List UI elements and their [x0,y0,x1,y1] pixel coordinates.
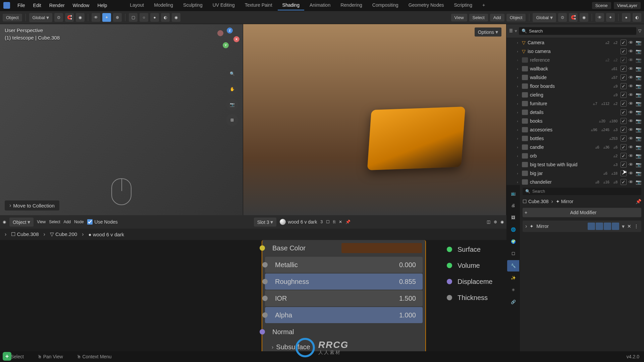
snap-icon[interactable]: 🧲 [569,13,578,22]
axis-z-icon[interactable]: Z [227,27,233,34]
prop-tab-render[interactable]: 📺 [507,188,519,199]
close-icon[interactable]: ✕ [627,224,631,229]
menu-window[interactable]: Window [69,1,93,9]
node-tool-icon[interactable]: ⊕ [494,220,497,224]
add-workspace-button[interactable]: + [478,0,490,10]
pan-icon[interactable]: ✋ [226,83,238,95]
add-modifier-button[interactable]: + Add Modifier [523,208,641,217]
axis-neg-icon[interactable] [217,30,223,36]
shading-wire-icon[interactable]: ○ [140,13,148,22]
pin-icon[interactable]: 📌 [636,199,641,204]
crumb-object[interactable]: ☐ Cube.308 [11,231,39,237]
node-add-menu[interactable]: Add [64,220,71,224]
display-mode-icon[interactable]: ▿ [515,28,517,33]
proportional-icon[interactable]: ◉ [76,13,85,22]
bsdf-node[interactable]: Base ColorMetallic0.000Roughness0.855IOR… [262,240,426,351]
outliner-item-furniture[interactable]: ›furniture▵7▵112▵2✓👁📷 [506,99,644,108]
view-menu[interactable]: View [451,14,467,21]
backdrop-icon[interactable]: ◉ [500,220,504,224]
menu-edit[interactable]: Edit [30,1,45,9]
prop-tab-object[interactable]: ☐ [507,248,519,259]
scene-selector[interactable]: Scene [592,2,611,9]
pivot-icon[interactable]: ⊙ [558,13,567,22]
more-icon[interactable]: ⋮ [634,224,639,229]
prop-tab-constraints[interactable]: 🔗 [507,296,519,308]
menu-render[interactable]: Render [46,1,68,9]
shading-solid-icon[interactable]: ● [622,13,631,22]
new-material-icon[interactable]: ☐ [326,220,330,224]
chevron-down-icon[interactable]: ▾ [622,223,625,230]
bsdf-base-color[interactable]: Base Color [262,240,425,256]
axis-y-icon[interactable]: Y [223,42,229,48]
prop-tab-viewlayer[interactable]: 🖼 [507,212,519,223]
outliner-item-details[interactable]: ›details✓👁📷 [506,108,644,117]
tab-rendering[interactable]: Rendering [336,0,367,10]
modifier-mirror[interactable]: › ✦ Mirror ▾ ✕ ⋮ [523,221,641,232]
pin-icon[interactable]: 📌 [345,220,351,224]
shading-material-icon[interactable]: ◐ [161,13,170,22]
orientation-dropdown-right[interactable]: Global ▾ [533,13,556,22]
filter-icon[interactable]: ▽ [638,28,641,33]
axis-x-icon[interactable]: X [233,36,239,42]
outliner-item-iso-camera[interactable]: ›▽iso camera✓👁📷 [506,47,644,56]
outliner-search[interactable]: 🔍 Search [519,27,636,35]
tab-scripting[interactable]: Scripting [449,0,477,10]
bsdf-roughness[interactable]: Roughness0.855 [265,274,423,290]
duplicate-material-icon[interactable]: ⎘ [333,220,335,224]
gizmo-icon[interactable]: ✦ [606,13,615,22]
proportional-icon[interactable]: ◉ [580,13,588,22]
breadcrumb-object[interactable]: ☐ Cube.308 [523,199,549,204]
material-slot-dropdown[interactable]: Slot 3 ▾ [254,218,277,227]
mode-dropdown[interactable]: Object [3,14,22,21]
tab-sculpting[interactable]: Sculpting [178,0,207,10]
outliner-item-books[interactable]: ›books▵20▵180✓👁📷 [506,117,644,125]
bsdf-ior[interactable]: IOR1.500 [265,290,423,306]
viewport-left[interactable]: User Perspective (1) telescope | Cube.30… [0,24,243,215]
outliner-item-wallback[interactable]: ›wallback▵61✓👁📷 [506,64,644,73]
modifier-mode-icon[interactable] [588,223,595,230]
tab-shading[interactable]: Shading [278,0,304,10]
outliner-type-icon[interactable]: ☰ [509,28,513,33]
camera-icon[interactable]: 📷 [226,99,238,111]
output-thickness[interactable]: Thickness [449,290,506,306]
object-menu[interactable]: Object [506,14,526,21]
prop-tab-particles[interactable]: ✨ [507,272,519,284]
crumb-mesh[interactable]: ▽ Cube.200 [50,231,77,237]
properties-search[interactable]: 🔍 Search [523,188,641,195]
add-menu[interactable]: Add [490,14,504,21]
tab-animation[interactable]: Animation [305,0,335,10]
prop-tab-output[interactable]: 🖨 [507,200,519,211]
snap-icon[interactable]: 🧲 [65,13,74,22]
prop-tab-world[interactable]: 🌍 [507,236,519,247]
modifier-realtime-icon[interactable] [596,223,603,230]
app-logo-icon[interactable] [3,2,10,9]
visibility-icon[interactable]: 👁 [92,13,100,22]
prop-tab-physics[interactable]: ⚛ [507,284,519,296]
material-output-node[interactable]: SurfaceVolumeDisplacemeThickness [449,241,506,306]
viewlayer-selector[interactable]: ViewLayer [614,2,641,9]
tab-texturepaint[interactable]: Texture Paint [240,0,277,10]
overlay-icon[interactable]: ⊕ [113,13,122,22]
prop-tab-modifiers[interactable]: 🔧 [507,260,519,272]
tab-geometrynodes[interactable]: Geometry Nodes [404,0,449,10]
outliner-item-accesories[interactable]: ›accesories▵96▵245▵3✓👁📷 [506,125,644,134]
material-selector[interactable]: wood 6 v dark [280,219,317,225]
tab-uvediting[interactable]: UV Editing [208,0,239,10]
gizmo-icon[interactable]: ✦ [102,13,111,22]
orientation-dropdown[interactable]: Global ▾ [29,13,53,22]
node-view-menu[interactable]: View [37,220,46,224]
outliner-item-wallside[interactable]: ›wallside▵57✓👁📷 [506,73,644,82]
node-mode-dropdown[interactable]: Object ▾ [9,218,34,227]
output-displaceme[interactable]: Displaceme [449,274,506,290]
xray-icon[interactable]: ▢ [129,13,138,22]
modifier-render-icon[interactable] [604,223,611,230]
visibility-icon[interactable]: 👁 [595,13,604,22]
shading-rendered-icon[interactable]: ◉ [172,13,180,22]
use-nodes-checkbox[interactable]: Use Nodes [87,219,118,225]
output-surface[interactable]: Surface [449,241,506,257]
move-to-collection-button[interactable]: › Move to Collection [5,200,59,210]
use-nodes-input[interactable] [87,219,93,225]
outliner-item-camera[interactable]: ›▽Camera▵2▵2✓👁📷 [506,38,644,47]
outliner-item-floor-boards[interactable]: ›floor boards▵9✓👁📷 [506,82,644,90]
grid-icon[interactable]: ⊞ [226,114,238,126]
